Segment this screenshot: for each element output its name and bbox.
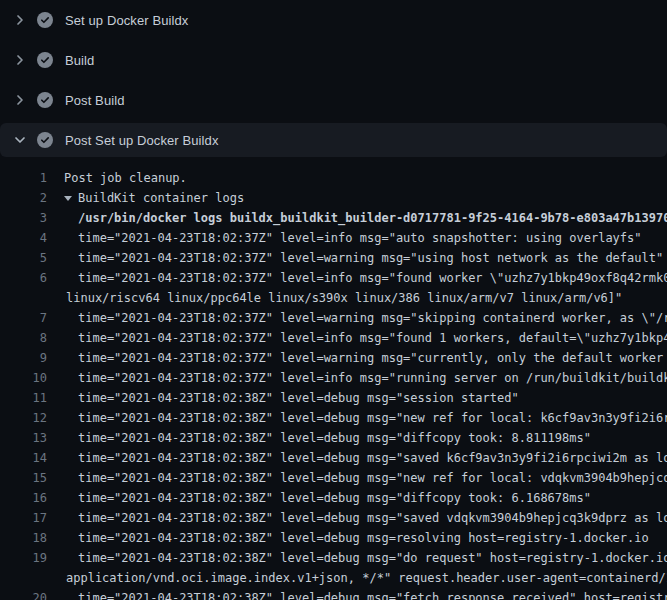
line-number[interactable]: 9 — [0, 348, 47, 368]
section-row-set-up-docker-buildx[interactable]: Set up Docker Buildx — [0, 0, 667, 40]
log-line: 12time="2021-04-23T18:02:38Z" level=debu… — [0, 408, 667, 428]
line-number[interactable]: 16 — [0, 488, 47, 508]
log-line: 11time="2021-04-23T18:02:38Z" level=debu… — [0, 388, 667, 408]
log-text: time="2021-04-23T18:02:38Z" level=debug … — [47, 508, 667, 528]
log-line: 6time="2021-04-23T18:02:37Z" level=info … — [0, 268, 667, 288]
log-text: application/vnd.oci.image.index.v1+json,… — [47, 568, 667, 588]
line-number[interactable]: 5 — [0, 248, 47, 268]
log-line: 16time="2021-04-23T18:02:38Z" level=debu… — [0, 488, 667, 508]
line-number[interactable]: 11 — [0, 388, 47, 408]
check-circle-icon — [37, 92, 53, 108]
line-number[interactable]: 8 — [0, 328, 47, 348]
log-line: 17time="2021-04-23T18:02:38Z" level=debu… — [0, 508, 667, 528]
log-text: time="2021-04-23T18:02:37Z" level=info m… — [47, 328, 667, 348]
log-viewer: 1Post job cleanup.2BuildKit container lo… — [0, 160, 667, 600]
log-line: 3/usr/bin/docker logs buildx_buildkit_bu… — [0, 208, 667, 228]
section-row-build[interactable]: Build — [0, 40, 667, 80]
line-number[interactable]: 14 — [0, 448, 47, 468]
log-text: time="2021-04-23T18:02:38Z" level=debug … — [47, 388, 519, 408]
log-line: 1Post job cleanup. — [0, 168, 667, 188]
log-line: 5time="2021-04-23T18:02:37Z" level=warni… — [0, 248, 667, 268]
line-number[interactable]: 19 — [0, 548, 47, 568]
section-label: Post Set up Docker Buildx — [65, 133, 219, 148]
log-text: linux/riscv64 linux/ppc64le linux/s390x … — [47, 288, 622, 308]
line-number[interactable]: 15 — [0, 468, 47, 488]
log-text: Post job cleanup. — [47, 168, 187, 188]
line-number[interactable]: 6 — [0, 268, 47, 288]
sections-list: Set up Docker BuildxBuildPost BuildPost … — [0, 0, 667, 157]
chevron-down-icon[interactable] — [12, 132, 28, 148]
check-circle-icon — [37, 52, 53, 68]
line-number[interactable]: 13 — [0, 428, 47, 448]
log-command-text: /usr/bin/docker logs buildx_buildkit_bui… — [47, 208, 667, 228]
log-line: 19time="2021-04-23T18:02:38Z" level=debu… — [0, 548, 667, 568]
line-number[interactable]: 4 — [0, 228, 47, 248]
section-label: Post Build — [65, 93, 125, 108]
chevron-right-icon[interactable] — [12, 12, 28, 28]
check-circle-icon — [37, 12, 53, 28]
log-text: time="2021-04-23T18:02:38Z" level=debug … — [47, 528, 649, 548]
log-group-header[interactable]: BuildKit container logs — [47, 188, 244, 208]
log-text: time="2021-04-23T18:02:38Z" level=debug … — [47, 408, 667, 428]
line-number[interactable]: 18 — [0, 528, 47, 548]
log-line: 7time="2021-04-23T18:02:37Z" level=warni… — [0, 308, 667, 328]
log-line: 18time="2021-04-23T18:02:38Z" level=debu… — [0, 528, 667, 548]
chevron-right-icon[interactable] — [12, 52, 28, 68]
log-line: 8time="2021-04-23T18:02:37Z" level=info … — [0, 328, 667, 348]
chevron-right-icon[interactable] — [12, 92, 28, 108]
log-line: 2BuildKit container logs — [0, 188, 667, 208]
log-text: time="2021-04-23T18:02:37Z" level=info m… — [47, 368, 667, 388]
log-line-wrap: application/vnd.oci.image.index.v1+json,… — [0, 568, 667, 588]
section-row-post-build[interactable]: Post Build — [0, 80, 667, 120]
section-label: Build — [65, 53, 94, 68]
line-number[interactable]: 1 — [0, 168, 47, 188]
line-number[interactable]: 10 — [0, 368, 47, 388]
log-line: 13time="2021-04-23T18:02:38Z" level=debu… — [0, 428, 667, 448]
log-line: 14time="2021-04-23T18:02:38Z" level=debu… — [0, 448, 667, 468]
line-number[interactable]: 12 — [0, 408, 47, 428]
line-number — [0, 288, 47, 308]
log-line: 10time="2021-04-23T18:02:37Z" level=info… — [0, 368, 667, 388]
log-text: time="2021-04-23T18:02:37Z" level=info m… — [47, 228, 642, 248]
line-number[interactable]: 2 — [0, 188, 47, 208]
log-text: time="2021-04-23T18:02:37Z" level=warnin… — [47, 348, 667, 368]
log-text: time="2021-04-23T18:02:38Z" level=debug … — [47, 548, 667, 568]
section-label: Set up Docker Buildx — [65, 13, 188, 28]
log-text: time="2021-04-23T18:02:38Z" level=debug … — [47, 448, 667, 468]
log-line-wrap: linux/riscv64 linux/ppc64le linux/s390x … — [0, 288, 667, 308]
line-number — [0, 568, 47, 588]
log-text: time="2021-04-23T18:02:38Z" level=debug … — [47, 588, 667, 600]
log-text: time="2021-04-23T18:02:38Z" level=debug … — [47, 468, 667, 488]
section-row-post-set-up-docker-buildx[interactable]: Post Set up Docker Buildx — [0, 123, 667, 157]
line-number[interactable]: 20 — [0, 588, 47, 600]
log-text: time="2021-04-23T18:02:38Z" level=debug … — [47, 428, 591, 448]
log-text: time="2021-04-23T18:02:38Z" level=debug … — [47, 488, 591, 508]
log-line: 15time="2021-04-23T18:02:38Z" level=debu… — [0, 468, 667, 488]
log-text: time="2021-04-23T18:02:37Z" level=info m… — [47, 268, 667, 288]
check-circle-icon — [37, 132, 53, 148]
log-text: time="2021-04-23T18:02:37Z" level=warnin… — [47, 248, 663, 268]
log-group-label: BuildKit container logs — [78, 191, 244, 205]
log-text: time="2021-04-23T18:02:37Z" level=warnin… — [47, 308, 667, 328]
line-number[interactable]: 7 — [0, 308, 47, 328]
triangle-down-icon[interactable] — [64, 196, 72, 201]
log-line: 4time="2021-04-23T18:02:37Z" level=info … — [0, 228, 667, 248]
line-number[interactable]: 17 — [0, 508, 47, 528]
line-number[interactable]: 3 — [0, 208, 47, 228]
log-line: 9time="2021-04-23T18:02:37Z" level=warni… — [0, 348, 667, 368]
log-line: 20time="2021-04-23T18:02:38Z" level=debu… — [0, 588, 667, 600]
